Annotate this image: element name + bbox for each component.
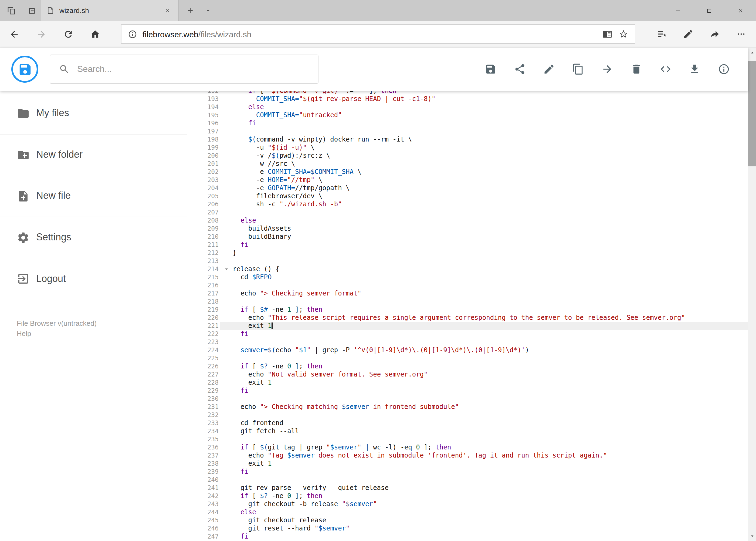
tab-preview-button[interactable] xyxy=(7,6,16,15)
delete-button[interactable] xyxy=(622,55,651,84)
sidebar-item-new-file[interactable]: New file xyxy=(0,176,187,217)
share-button[interactable] xyxy=(505,55,534,84)
address-info-slot[interactable] xyxy=(128,29,137,39)
reading-view-button[interactable] xyxy=(602,29,612,39)
code-line-226[interactable]: 226 if [ $? -ne 0 ]; then xyxy=(187,362,748,370)
code-line-200[interactable]: 200 -v /$(pwd):/src:z \ xyxy=(187,152,748,160)
code-line-228[interactable]: 228 exit 1 xyxy=(187,379,748,387)
more-button[interactable] xyxy=(728,21,754,47)
code-line-199[interactable]: 199 -u "$(id -u)" \ xyxy=(187,144,748,152)
sidebar-item-new-folder[interactable]: New folder xyxy=(0,134,187,176)
code-line-196[interactable]: 196 fi xyxy=(187,119,748,128)
code-line-217[interactable]: 217 echo "> Checking semver format" xyxy=(187,289,748,297)
code-line-223[interactable]: 223 xyxy=(187,338,748,346)
code-line-193[interactable]: 193 COMMIT_SHA="$(git rev-parse HEAD | c… xyxy=(187,95,748,103)
search-box[interactable] xyxy=(50,55,319,84)
close-window-button[interactable] xyxy=(725,0,756,21)
hub-button[interactable] xyxy=(648,21,675,47)
fold-marker-icon[interactable] xyxy=(220,265,233,273)
code-line-234[interactable]: 234 git fetch --all xyxy=(187,427,748,435)
address-bar[interactable]: filebrowser.web/files/wizard.sh xyxy=(121,24,635,44)
code-line-232[interactable]: 232 xyxy=(187,411,748,419)
code-line-242[interactable]: 242 if [ $? -ne 0 ]; then xyxy=(187,492,748,500)
code-line-225[interactable]: 225 xyxy=(187,354,748,362)
code-line-244[interactable]: 244 else xyxy=(187,508,748,516)
tab-dropdown-button[interactable] xyxy=(204,6,212,15)
code-line-229[interactable]: 229 fi xyxy=(187,387,748,395)
code-line-241[interactable]: 241 git rev-parse --verify --quiet relea… xyxy=(187,484,748,492)
code-line-227[interactable]: 227 echo "Not valid semver format. See s… xyxy=(187,370,748,379)
code-line-231[interactable]: 231 echo "> Checking matching $semver in… xyxy=(187,403,748,411)
code-line-195[interactable]: 195 COMMIT_SHA="untracked" xyxy=(187,111,748,119)
move-button[interactable] xyxy=(593,55,622,84)
code-line-210[interactable]: 210 buildBinary xyxy=(187,233,748,241)
search-input[interactable] xyxy=(77,64,309,74)
code-line-238[interactable]: 238 exit 1 xyxy=(187,460,748,468)
refresh-button[interactable] xyxy=(55,21,82,47)
code-line-221[interactable]: 221 exit 1 xyxy=(187,322,748,330)
scroll-up-button[interactable] xyxy=(748,49,756,57)
save-button[interactable] xyxy=(476,55,505,84)
code-line-192[interactable]: 192 if [ "$(command -v git)" != "" ]; th… xyxy=(187,91,748,95)
code-line-205[interactable]: 205 filebrowser/dev \ xyxy=(187,192,748,201)
sidebar-item-my-files[interactable]: My files xyxy=(0,93,187,134)
info-button[interactable] xyxy=(709,55,738,84)
code-line-233[interactable]: 233 cd frontend xyxy=(187,419,748,427)
code-line-197[interactable]: 197 xyxy=(187,128,748,136)
code-line-208[interactable]: 208 else xyxy=(187,217,748,225)
scrollbar-thumb[interactable] xyxy=(748,61,756,166)
code-line-237[interactable]: 237 echo "Tag $semver does not exist in … xyxy=(187,452,748,460)
code-line-201[interactable]: 201 -w //src \ xyxy=(187,160,748,168)
edit-button[interactable] xyxy=(534,55,563,84)
code-line-243[interactable]: 243 git checkout -b release "$semver" xyxy=(187,500,748,508)
code-line-235[interactable]: 235 xyxy=(187,435,748,443)
browser-tab[interactable]: wizard.sh xyxy=(41,0,179,21)
code-line-219[interactable]: 219 if [ $# -ne 1 ]; then xyxy=(187,306,748,314)
scroll-down-button[interactable] xyxy=(748,532,756,540)
code-button[interactable] xyxy=(651,55,680,84)
code-line-203[interactable]: 203 -e HOME="//tmp" \ xyxy=(187,176,748,184)
code-line-194[interactable]: 194 else xyxy=(187,103,748,111)
sidebar-item-settings[interactable]: Settings xyxy=(0,217,187,258)
favorite-button[interactable] xyxy=(619,29,628,39)
annotate-button[interactable] xyxy=(675,21,701,47)
code-line-206[interactable]: 206 sh -c "./wizard.sh -b" xyxy=(187,201,748,209)
filebrowser-logo[interactable] xyxy=(11,56,38,83)
minimize-button[interactable] xyxy=(662,0,693,21)
share-page-button[interactable] xyxy=(701,21,728,47)
code-line-239[interactable]: 239 fi xyxy=(187,468,748,476)
set-tabs-aside-button[interactable] xyxy=(28,6,36,15)
code-line-214[interactable]: 214release () { xyxy=(187,265,748,273)
code-line-246[interactable]: 246 git reset --hard "$semver" xyxy=(187,525,748,533)
scrollbar[interactable] xyxy=(748,48,756,541)
tab-close-button[interactable] xyxy=(162,5,173,16)
code-line-198[interactable]: 198 $(command -v winpty) docker run --rm… xyxy=(187,136,748,144)
forward-button[interactable] xyxy=(28,21,55,47)
code-line-207[interactable]: 207 xyxy=(187,209,748,217)
new-tab-button[interactable] xyxy=(186,6,194,15)
home-button[interactable] xyxy=(82,21,109,47)
code-line-240[interactable]: 240 xyxy=(187,476,748,484)
code-line-245[interactable]: 245 git checkout release xyxy=(187,516,748,525)
code-line-247[interactable]: 247 fi xyxy=(187,533,748,541)
code-line-212[interactable]: 212} xyxy=(187,249,748,257)
code-line-220[interactable]: 220 echo "This release script requires a… xyxy=(187,314,748,322)
code-line-230[interactable]: 230 xyxy=(187,395,748,403)
code-line-218[interactable]: 218 xyxy=(187,297,748,306)
code-line-222[interactable]: 222 fi xyxy=(187,330,748,338)
code-line-216[interactable]: 216 xyxy=(187,281,748,289)
help-link[interactable]: Help xyxy=(17,328,97,339)
download-button[interactable] xyxy=(680,55,709,84)
maximize-button[interactable] xyxy=(693,0,725,21)
code-line-224[interactable]: 224 semver=$(echo "$1" | grep -P '^v(0|[… xyxy=(187,346,748,354)
code-line-204[interactable]: 204 -e GOPATH=//tmp/gopath \ xyxy=(187,184,748,192)
code-editor[interactable]: 192 if [ "$(command -v git)" != "" ]; th… xyxy=(187,91,748,541)
copy-button[interactable] xyxy=(563,55,593,84)
code-line-215[interactable]: 215 cd $REPO xyxy=(187,273,748,281)
code-line-209[interactable]: 209 buildAssets xyxy=(187,225,748,233)
back-button[interactable] xyxy=(1,21,28,47)
sidebar-item-logout[interactable]: Logout xyxy=(0,258,187,299)
code-line-236[interactable]: 236 if [ $(git tag | grep "$semver" | wc… xyxy=(187,443,748,452)
code-line-211[interactable]: 211 fi xyxy=(187,241,748,249)
code-line-202[interactable]: 202 -e COMMIT_SHA=$COMMIT_SHA \ xyxy=(187,168,748,176)
